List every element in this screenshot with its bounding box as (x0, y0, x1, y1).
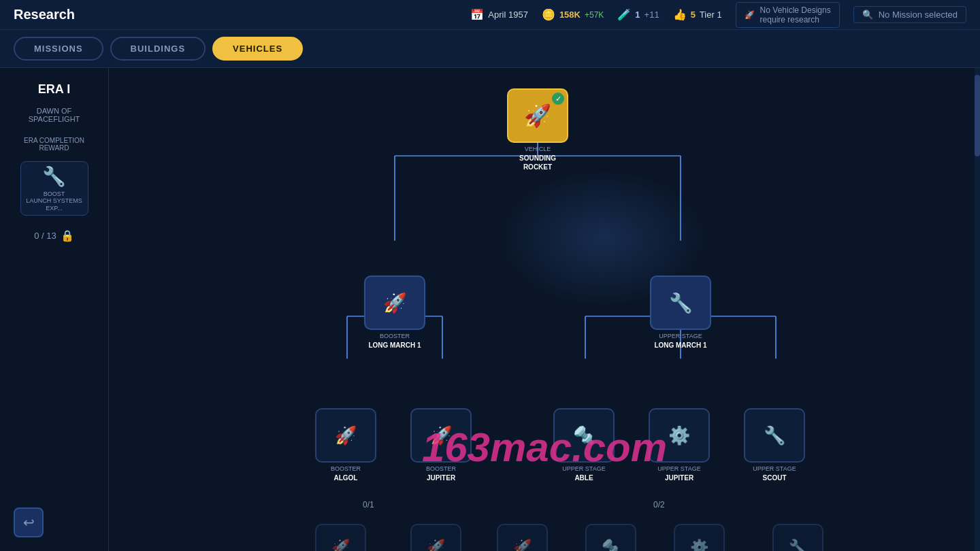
node-card-upperstage-lm1: 🔧 (650, 276, 711, 330)
sounding-rocket-icon: 🚀 (524, 103, 551, 129)
search-icon: 🔍 (862, 10, 873, 20)
no-mission-display: 🔍 No Mission selected (853, 6, 966, 23)
node-label-scout: UPPER STAGE SCOUT (753, 465, 796, 482)
calendar-icon: 📅 (470, 8, 484, 21)
node-label-booster-jupiter: BOOSTER JUPITER (426, 465, 456, 482)
node-upperstage-able[interactable]: 🔩 UPPER STAGE ABLE (553, 408, 615, 482)
node-card-tyrnim: 🚀 (315, 524, 366, 551)
node-card-upperstage-jupiter: ⚙️ (649, 408, 710, 463)
app-title: Research (14, 7, 75, 22)
upperstage-lm1-icon: 🔧 (669, 292, 693, 314)
tree-container: ✓ 🚀 VEHICLE SOUNDING ROCKET 🚀 BOOSTER LO… (109, 82, 980, 551)
reward-label: BOOSTLAUNCH SYSTEMS EXP... (21, 190, 88, 212)
node-card-booster-jupiter: 🚀 (410, 408, 472, 463)
delta-icon: 🚀 (513, 539, 532, 551)
upperstage-jupiter-icon: ⚙️ (668, 425, 690, 446)
tab-missions[interactable]: MISSIONS (14, 37, 103, 61)
node-label-booster-lm1: BOOSTER LONG MARCH 1 (368, 333, 421, 350)
lock-icon: 🔒 (61, 229, 74, 242)
node-card-sounding-rocket: ✓ 🚀 (507, 88, 568, 143)
node-upperstage-scout[interactable]: 🔧 UPPER STAGE SCOUT (744, 408, 805, 482)
scrollbar-thumb[interactable] (975, 75, 980, 156)
progress-left: 0/1 (363, 500, 374, 510)
tyrnim-icon: 🚀 (331, 539, 350, 551)
progress-count: 0 / 13 (34, 231, 56, 241)
node-label-upperstage-lm1: UPPER STAGE LONG MARCH 1 (654, 333, 706, 350)
strg-icon: 🔧 (789, 539, 807, 551)
flask-icon: 🧪 (617, 8, 631, 21)
node-card-delta: 🚀 (497, 524, 548, 551)
progress-right: 0/2 (653, 500, 665, 510)
node-card-strg: 🔧 (772, 524, 823, 551)
research-display: 🧪 1 +11 (617, 8, 659, 21)
booster-jupiter-icon: 🚀 (430, 425, 452, 446)
node-label-algol: BOOSTER ALGOL (331, 465, 361, 482)
able-icon: 🔩 (573, 425, 595, 446)
tab-buildings[interactable]: BUILDINGS (110, 37, 206, 61)
node-level3-tyrnim[interactable]: 🚀 BOOSTER TYRN IM (315, 524, 366, 551)
back-button[interactable]: ↩ (14, 507, 44, 537)
checkmark-sounding-rocket: ✓ (552, 93, 564, 105)
node-level3-alceta[interactable]: 🔩 UPPER STAGE ALCETA (585, 524, 636, 551)
tier-icon: 👍 (673, 8, 687, 21)
node-card-able: 🔩 (553, 408, 615, 463)
algol-icon: 🚀 (335, 425, 357, 446)
scout-icon: 🔧 (764, 425, 785, 446)
node-label-sounding-rocket: VEHICLE SOUNDING ROCKET (507, 146, 568, 171)
era-subtitle: DAWN OFSPACEFLIGHT (29, 107, 80, 123)
node-booster-jupiter[interactable]: 🚀 BOOSTER JUPITER (410, 408, 472, 482)
node-label-able: UPPER STAGE ABLE (562, 465, 605, 482)
currency-display: 🪙 158K +57K (542, 8, 604, 21)
scrollbar-track (975, 68, 980, 551)
node-card-booster-lm1: 🚀 (364, 276, 425, 330)
tab-vehicles[interactable]: VEHICLES (212, 37, 303, 61)
node-card-alceta: 🔩 (585, 524, 636, 551)
node-card-longmarch2: ⚙️ (674, 524, 725, 551)
node-upperstage-long-march-1[interactable]: 🔧 UPPER STAGE LONG MARCH 1 (650, 276, 711, 350)
tree-area: ✓ 🚀 VEHICLE SOUNDING ROCKET 🚀 BOOSTER LO… (109, 68, 980, 551)
node-booster-long-march-1[interactable]: 🚀 BOOSTER LONG MARCH 1 (364, 276, 425, 350)
node-card-algol: 🚀 (315, 408, 376, 463)
date-display: 📅 April 1957 (470, 8, 528, 21)
alceta-icon: 🔩 (602, 539, 620, 551)
node-upperstage-jupiter[interactable]: ⚙️ UPPER STAGE JUPITER (649, 408, 710, 482)
node-level3-delta[interactable]: 🚀 BOOSTER DELTA (497, 524, 548, 551)
node-label-upperstage-jupiter: UPPER STAGE JUPITER (657, 465, 700, 482)
boost-icon: 🔧 (42, 165, 66, 188)
rocket-design-icon: 🚀 (745, 10, 755, 20)
era-completion-label: ERA COMPLETIONREWARD (24, 137, 84, 152)
sidebar: ERA I DAWN OFSPACEFLIGHT ERA COMPLETIONR… (0, 68, 109, 551)
header: Research 📅 April 1957 🪙 158K +57K 🧪 1 +1… (0, 0, 980, 30)
tier-display: 👍 5 Tier 1 (673, 8, 722, 21)
tab-bar: MISSIONS BUILDINGS VEHICLES (0, 30, 980, 68)
longmarch3-icon: 🚀 (427, 539, 445, 551)
node-level3-longmarch[interactable]: 🚀 BOOSTER LONG MARCH 1 (410, 524, 461, 551)
main-content: ERA I DAWN OFSPACEFLIGHT ERA COMPLETIONR… (0, 68, 980, 551)
booster-lm1-icon: 🚀 (383, 292, 407, 314)
era-title: ERA I (38, 82, 70, 97)
node-card-scout: 🔧 (744, 408, 805, 463)
node-sounding-rocket[interactable]: ✓ 🚀 VEHICLE SOUNDING ROCKET (507, 88, 568, 171)
era-reward-box[interactable]: 🔧 BOOSTLAUNCH SYSTEMS EXP... (20, 161, 88, 216)
progress-row: 0 / 13 🔒 (34, 229, 74, 242)
node-level3-strg[interactable]: 🔧 UPPER STAGE STR6-AT (772, 524, 823, 551)
node-level3-longmarch2[interactable]: ⚙️ UPPER STAGE LONG MARCH 2 (674, 524, 725, 551)
coin-icon: 🪙 (542, 8, 555, 21)
node-card-longmarch3: 🚀 (410, 524, 461, 551)
header-right: 📅 April 1957 🪙 158K +57K 🧪 1 +11 👍 5 Tie… (470, 2, 966, 28)
longmarch2-icon: ⚙️ (690, 539, 708, 551)
node-booster-algol[interactable]: 🚀 BOOSTER ALGOL (315, 408, 376, 482)
no-vehicle-message: 🚀 No Vehicle Designs require research (736, 2, 840, 28)
